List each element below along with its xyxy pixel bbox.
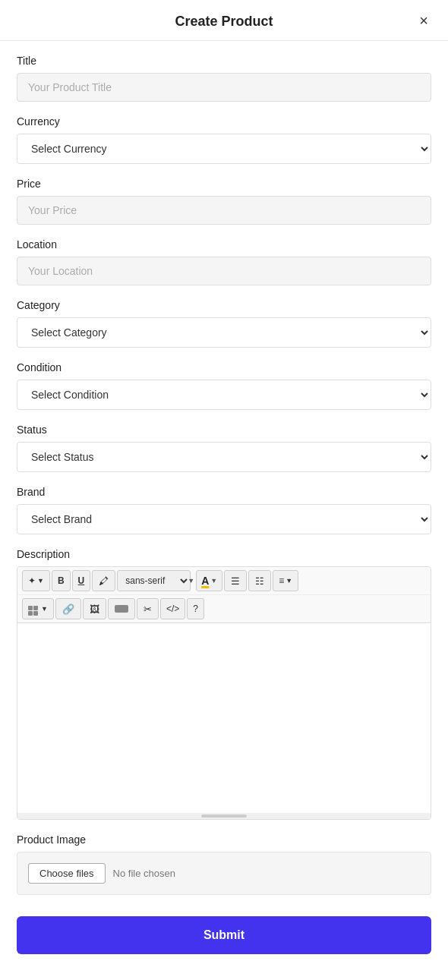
- ordered-list-button[interactable]: ☷: [248, 570, 271, 591]
- modal-title: Create Product: [175, 14, 273, 30]
- video-icon: [115, 605, 128, 613]
- title-group: Title: [17, 55, 431, 102]
- underline-icon: U: [78, 575, 85, 586]
- product-image-label: Product Image: [17, 833, 431, 846]
- currency-group: Currency Select Currency USD EUR GBP: [17, 115, 431, 164]
- scissors-button[interactable]: ✂: [137, 598, 159, 619]
- title-label: Title: [17, 55, 431, 67]
- table-icon: [28, 602, 38, 616]
- category-label: Category: [17, 299, 431, 311]
- bold-icon: B: [58, 575, 65, 586]
- description-group: Description ✦ ▼ B U 🖍: [17, 548, 431, 820]
- editor-toolbar: ✦ ▼ B U 🖍 sans-serif serif: [17, 567, 431, 623]
- code-icon: </>: [166, 603, 179, 614]
- price-input[interactable]: [17, 196, 431, 225]
- description-label: Description: [17, 548, 431, 560]
- magic-icon: ✦: [28, 575, 36, 586]
- brand-group: Brand Select Brand Apple Samsung: [17, 486, 431, 534]
- font-select[interactable]: sans-serif serif monospace: [117, 570, 191, 591]
- location-input[interactable]: [17, 257, 431, 285]
- category-select[interactable]: Select Category Electronics Clothing: [17, 317, 431, 348]
- unordered-list-button[interactable]: ☰: [224, 570, 247, 591]
- currency-label: Currency: [17, 115, 431, 128]
- price-label: Price: [17, 178, 431, 190]
- choose-files-button[interactable]: Choose files: [28, 863, 106, 884]
- eraser-icon: 🖍: [99, 575, 109, 587]
- title-input[interactable]: [17, 73, 431, 102]
- help-icon: ?: [193, 603, 198, 614]
- scissors-icon: ✂: [144, 603, 152, 615]
- file-name-text: No file chosen: [113, 868, 175, 879]
- toolbar-row-2: ▼ 🔗 🖼 ✂ </>: [17, 595, 431, 622]
- magic-button[interactable]: ✦ ▼: [22, 570, 50, 591]
- brand-select[interactable]: Select Brand Apple Samsung: [17, 504, 431, 534]
- editor-scrollbar: [17, 813, 431, 819]
- status-label: Status: [17, 424, 431, 436]
- condition-select[interactable]: Select Condition New Used - Like New: [17, 380, 431, 410]
- code-button[interactable]: </>: [160, 598, 185, 619]
- form-body: Title Currency Select Currency USD EUR G…: [0, 41, 448, 971]
- status-group: Status Select Status Active Inactive: [17, 424, 431, 472]
- location-group: Location: [17, 238, 431, 285]
- toolbar-row-1: ✦ ▼ B U 🖍 sans-serif serif: [17, 567, 431, 595]
- highlight-chevron: ▼: [210, 577, 217, 585]
- video-button[interactable]: [108, 598, 135, 619]
- modal-header: Create Product ×: [0, 0, 448, 41]
- close-button[interactable]: ×: [415, 11, 433, 30]
- link-icon: 🔗: [62, 603, 74, 615]
- location-label: Location: [17, 238, 431, 251]
- status-select[interactable]: Select Status Active Inactive: [17, 442, 431, 472]
- description-editor[interactable]: [17, 623, 431, 813]
- table-button[interactable]: ▼: [22, 598, 54, 619]
- price-group: Price: [17, 178, 431, 225]
- table-chevron: ▼: [41, 605, 48, 613]
- help-button[interactable]: ?: [187, 598, 204, 619]
- eraser-button[interactable]: 🖍: [92, 570, 115, 591]
- highlight-icon: A: [201, 575, 209, 587]
- condition-group: Condition Select Condition New Used - Li…: [17, 361, 431, 410]
- link-button[interactable]: 🔗: [55, 598, 81, 619]
- image-button[interactable]: 🖼: [83, 598, 106, 619]
- bold-button[interactable]: B: [52, 570, 71, 591]
- highlight-button[interactable]: A ▼: [196, 570, 222, 591]
- file-input-wrapper: Choose files No file chosen: [17, 852, 431, 895]
- align-chevron: ▼: [286, 577, 292, 585]
- ul-icon: ☰: [231, 575, 240, 587]
- editor-wrapper: ✦ ▼ B U 🖍 sans-serif serif: [17, 566, 431, 820]
- align-button[interactable]: ≡ ▼: [273, 570, 298, 591]
- font-chevron: ▼: [188, 577, 194, 585]
- category-group: Category Select Category Electronics Clo…: [17, 299, 431, 348]
- currency-select[interactable]: Select Currency USD EUR GBP: [17, 134, 431, 164]
- brand-label: Brand: [17, 486, 431, 498]
- magic-chevron: ▼: [37, 577, 44, 585]
- scrollbar-thumb: [201, 815, 247, 818]
- underline-button[interactable]: U: [72, 570, 91, 591]
- condition-label: Condition: [17, 361, 431, 373]
- ol-icon: ☷: [255, 575, 264, 587]
- submit-button[interactable]: Submit: [17, 916, 431, 954]
- product-image-group: Product Image Choose files No file chose…: [17, 833, 431, 895]
- image-icon: 🖼: [90, 603, 99, 615]
- align-icon: ≡: [279, 575, 284, 586]
